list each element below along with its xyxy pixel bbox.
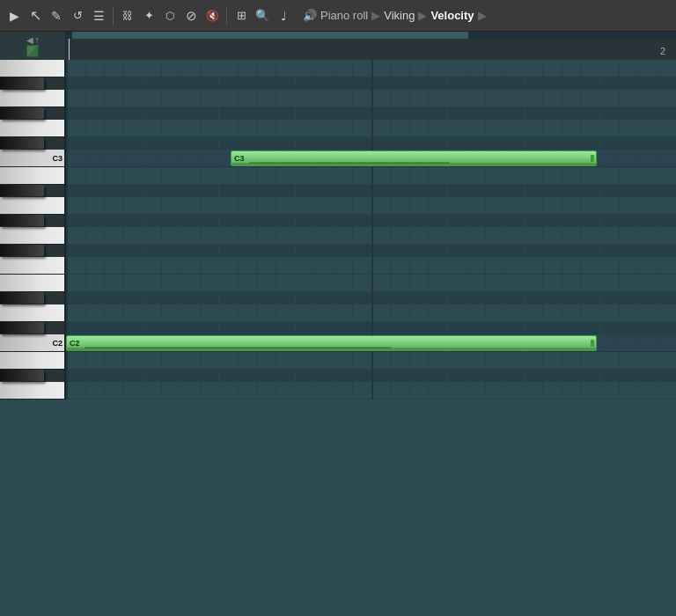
grid-area[interactable]: C3C2 xyxy=(66,60,676,400)
breadcrumb-parameter[interactable]: Velocity xyxy=(430,9,474,22)
separator-1 xyxy=(113,6,114,26)
piano-key-a2[interactable] xyxy=(0,197,66,215)
loop-icon[interactable]: ↺ xyxy=(69,7,86,25)
note-c3[interactable]: C3 xyxy=(231,150,597,166)
play-icon[interactable]: ▶ xyxy=(5,7,23,25)
main-area: C3C2 C3C2 xyxy=(0,60,676,616)
piano-key-eb2[interactable] xyxy=(0,292,44,304)
piano-key-f2[interactable] xyxy=(0,257,66,275)
menu-icon[interactable]: ☰ xyxy=(90,7,107,25)
piano-key-ab2[interactable] xyxy=(0,215,44,227)
piano-key-db3[interactable] xyxy=(0,137,44,150)
top-bar: ◀ ↑ 2 xyxy=(0,32,676,60)
breadcrumb-sep-3: ▶ xyxy=(478,9,487,22)
ruler-marker-2: 2 xyxy=(660,46,665,56)
piano-key-gb2[interactable] xyxy=(0,245,44,257)
pencil-icon[interactable]: ✎ xyxy=(48,7,65,25)
piano-key-e2[interactable] xyxy=(0,275,66,292)
piano-key-b1[interactable] xyxy=(0,352,66,370)
mute-icon[interactable]: 🔇 xyxy=(203,7,221,25)
breadcrumb-sep-1: ▶ xyxy=(371,9,380,22)
piano-keyboard: C3C2 xyxy=(0,60,66,400)
piano-key-c2[interactable]: C2 xyxy=(0,334,66,352)
delete-icon[interactable]: ⊘ xyxy=(182,7,200,25)
key-label-c2: C2 xyxy=(52,339,62,348)
piano-key-bb1[interactable] xyxy=(0,370,44,382)
note-c2[interactable]: C2 xyxy=(66,335,597,351)
ruler[interactable]: 2 xyxy=(66,32,676,60)
piano-key-db2[interactable] xyxy=(0,322,44,334)
piano-corner: ◀ ↑ xyxy=(0,32,66,60)
piano-key-g2[interactable] xyxy=(0,227,66,245)
key-label-c3: C3 xyxy=(52,154,62,163)
piano-key-d2[interactable] xyxy=(0,304,66,322)
piano-key-a1[interactable] xyxy=(0,382,66,400)
piano-key-c3[interactable]: C3 xyxy=(0,150,66,167)
separator-2 xyxy=(226,6,227,26)
quantize-icon[interactable]: ⊞ xyxy=(232,7,250,25)
note-c2-label: C2 xyxy=(70,339,80,348)
metronome-icon[interactable]: ♩ xyxy=(275,7,292,25)
speaker-icon: 🔊 xyxy=(303,9,317,22)
piano-key-es3[interactable] xyxy=(0,77,44,90)
piano-key-eb3[interactable] xyxy=(0,107,44,120)
zoom-icon[interactable]: 🔍 xyxy=(254,7,271,25)
link-icon[interactable]: ⛓ xyxy=(119,7,136,25)
note-c3-label: C3 xyxy=(234,154,245,163)
breadcrumb-sep-2: ▶ xyxy=(418,9,427,22)
cursor-icon[interactable]: ↖ xyxy=(26,7,44,25)
piano-key-e3[interactable] xyxy=(0,90,66,107)
select-icon[interactable]: ⬡ xyxy=(161,7,179,25)
piano-key-b2[interactable] xyxy=(0,167,66,185)
piano-key-bb2[interactable] xyxy=(0,185,44,197)
piano-roll: ◀ ↑ 2 C3C2 xyxy=(0,32,676,616)
breadcrumb: 🔊 Piano roll ▶ Viking ▶ Velocity ▶ xyxy=(303,9,487,22)
breadcrumb-piano-roll: Piano roll xyxy=(320,9,368,22)
breadcrumb-instrument[interactable]: Viking xyxy=(384,9,415,22)
piano-key-d3[interactable] xyxy=(0,120,66,137)
toolbar: ▶ ↖ ✎ ↺ ☰ ⛓ ✦ ⬡ ⊘ 🔇 ⊞ 🔍 ♩ 🔊 Piano roll ▶… xyxy=(0,0,676,32)
magnet-icon[interactable]: ✦ xyxy=(140,7,158,25)
piano-key-f3[interactable] xyxy=(0,60,66,77)
